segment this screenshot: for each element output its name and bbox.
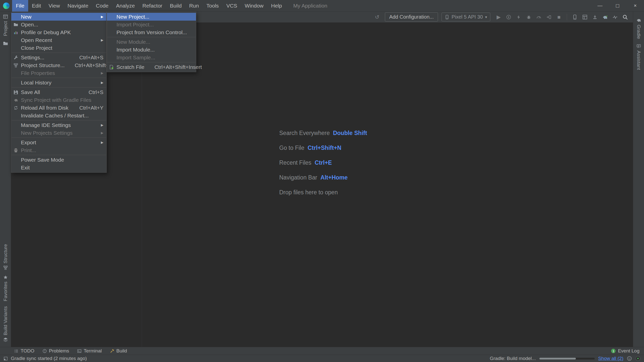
menu-item-new-projects-settings[interactable]: New Projects Settings ▶ <box>11 129 106 137</box>
menu-item-reload-all-from-disk[interactable]: Reload All from Disk Ctrl+Alt+Y <box>11 104 106 112</box>
tool-button-todo-label: TODO <box>21 348 34 354</box>
notifications-icon[interactable] <box>635 356 640 361</box>
shortcut-hint-drop-files: Drop files here to open <box>279 189 367 196</box>
statusbar: Gradle sync started (2 minutes ago) Grad… <box>0 355 644 362</box>
menu-item-manage-ide-settings[interactable]: Manage IDE Settings ▶ <box>11 121 106 129</box>
add-configuration-button[interactable]: Add Configuration... <box>385 12 438 22</box>
show-all-link[interactable]: Show all (2) <box>598 356 623 361</box>
hint-shortcut: Ctrl+E <box>315 159 332 166</box>
menu-item-scratch-file[interactable]: Scratch File Ctrl+Alt+Shift+Insert <box>107 63 196 71</box>
menubar-tools[interactable]: Tools <box>203 0 223 12</box>
menu-separator <box>12 120 106 120</box>
tool-button-build[interactable]: Build <box>106 347 131 355</box>
menu-item-shortcut: Ctrl+Alt+Shift+S <box>65 62 112 68</box>
hammer-icon <box>110 349 114 353</box>
menu-item-import-sample[interactable]: Import Sample... <box>107 54 196 61</box>
tool-button-terminal[interactable]: Terminal <box>73 347 106 355</box>
menu-item-power-save-mode[interactable]: Power Save Mode <box>11 156 106 164</box>
tool-button-problems[interactable]: Problems <box>38 347 73 355</box>
search-everywhere-icon[interactable] <box>621 13 629 21</box>
menu-item-save-all[interactable]: Save All Ctrl+S <box>11 88 106 96</box>
menubar-window[interactable]: Window <box>241 0 267 12</box>
tool-button-favorites[interactable]: Favorites <box>3 273 8 304</box>
tool-button-assistant[interactable]: Assistant <box>636 41 641 72</box>
maximize-button[interactable]: □ <box>609 0 626 12</box>
menu-item-project-from-version-control[interactable]: Project from Version Control... <box>107 28 196 36</box>
menu-separator <box>107 37 196 37</box>
attach-debugger-icon[interactable] <box>545 13 553 21</box>
device-selector[interactable]: Pixel 5 API 30 ▾ <box>441 13 490 21</box>
profile-icon[interactable] <box>535 13 543 21</box>
menubar-edit[interactable]: Edit <box>28 0 45 12</box>
scratch-file-icon <box>108 64 114 70</box>
menubar-file[interactable]: File <box>12 0 28 12</box>
minimize-button[interactable]: — <box>591 0 609 12</box>
submenu-arrow-icon: ▶ <box>96 131 103 135</box>
menu-item-new-module[interactable]: New Module... <box>107 38 196 46</box>
menubar-build[interactable]: Build <box>166 0 185 12</box>
status-message: Gradle sync started (2 minutes ago) <box>11 356 87 361</box>
assistant-icon <box>636 44 641 49</box>
shortcut-hint-search-everywhere: Search EverywhereDouble Shift <box>279 129 367 137</box>
structure-icon <box>3 265 8 270</box>
menu-item-print[interactable]: Print... <box>11 146 106 154</box>
undo-icon[interactable]: ↺ <box>373 13 381 21</box>
menubar-code[interactable]: Code <box>92 0 112 12</box>
close-button[interactable]: × <box>626 0 644 12</box>
stop-icon[interactable]: ■ <box>555 13 563 21</box>
profiler-icon[interactable] <box>611 13 619 21</box>
tool-button-project[interactable]: Project <box>3 12 8 38</box>
hint-label: Drop files here to open <box>279 189 338 196</box>
tool-button-event-log[interactable]: Event Log <box>618 348 639 354</box>
tool-button-build-variants[interactable]: Build Variants <box>3 304 8 344</box>
menu-item-invalidate-caches[interactable]: Invalidate Caches / Restart... <box>11 112 106 119</box>
menubar-vcs[interactable]: VCS <box>223 0 241 12</box>
menu-item-label: Save All <box>21 89 40 95</box>
menu-item-open-recent[interactable]: Open Recent ▶ <box>11 36 106 44</box>
menu-item-label: Open Recent <box>21 37 52 43</box>
menu-item-sync-project-gradle[interactable]: Sync Project with Gradle Files <box>11 96 106 104</box>
todo-icon <box>14 349 18 353</box>
menu-item-local-history[interactable]: Local History ▶ <box>11 79 106 86</box>
menu-item-import-module[interactable]: Import Module... <box>107 46 196 54</box>
hint-label: Search Everywhere <box>279 130 330 136</box>
apply-changes-icon[interactable] <box>504 13 513 21</box>
menu-item-label: Project Structure... <box>21 62 65 68</box>
debug-icon[interactable] <box>525 13 533 21</box>
editor-empty-state: Search EverywhereDouble Shift Go to File… <box>279 129 367 196</box>
device-manager-icon[interactable] <box>571 13 579 21</box>
sdk-manager-icon[interactable] <box>591 13 599 21</box>
menubar-navigate[interactable]: Navigate <box>64 0 92 12</box>
toolwindow-toggle-icon[interactable] <box>4 356 8 361</box>
menu-item-open[interactable]: Open... <box>11 21 106 28</box>
menu-item-label: Sync Project with Gradle Files <box>21 97 91 103</box>
menubar-run[interactable]: Run <box>185 0 203 12</box>
feedback-smiley-icon[interactable] <box>627 356 632 361</box>
menubar-analyze[interactable]: Analyze <box>112 0 139 12</box>
menu-item-new-project[interactable]: New Project... <box>107 13 196 21</box>
menu-separator <box>12 53 106 53</box>
menu-item-settings[interactable]: Settings... Ctrl+Alt+S <box>11 54 106 61</box>
hint-label: Go to File <box>279 145 304 151</box>
gradle-sync-icon[interactable] <box>601 13 609 21</box>
layout-inspector-icon[interactable] <box>581 13 589 21</box>
run-icon[interactable]: ▶ <box>494 13 503 21</box>
menu-item-file-properties[interactable]: File Properties ▶ <box>11 69 106 77</box>
tool-button-terminal-label: Terminal <box>84 348 102 354</box>
tool-button-resource-manager[interactable] <box>3 38 8 49</box>
menu-item-project-structure[interactable]: Project Structure... Ctrl+Alt+Shift+S <box>11 61 106 69</box>
apply-code-changes-icon[interactable] <box>514 13 523 21</box>
menu-item-import-project[interactable]: Import Project... <box>107 21 196 28</box>
menu-item-export[interactable]: Export ▶ <box>11 139 106 146</box>
menu-item-shortcut: Ctrl+S <box>78 89 103 95</box>
menu-item-new[interactable]: New ▶ <box>11 13 106 21</box>
tool-button-structure[interactable]: Structure <box>3 242 8 273</box>
menu-item-close-project[interactable]: Close Project <box>11 44 106 52</box>
menubar-view[interactable]: View <box>45 0 64 12</box>
menu-item-profile-or-debug-apk[interactable]: Profile or Debug APK <box>11 28 106 36</box>
tool-button-gradle[interactable]: Gradle <box>636 15 641 41</box>
tool-button-todo[interactable]: TODO <box>10 347 38 355</box>
menu-item-exit[interactable]: Exit <box>11 164 106 171</box>
menubar-refactor[interactable]: Refactor <box>139 0 166 12</box>
menubar-help[interactable]: Help <box>267 0 286 12</box>
